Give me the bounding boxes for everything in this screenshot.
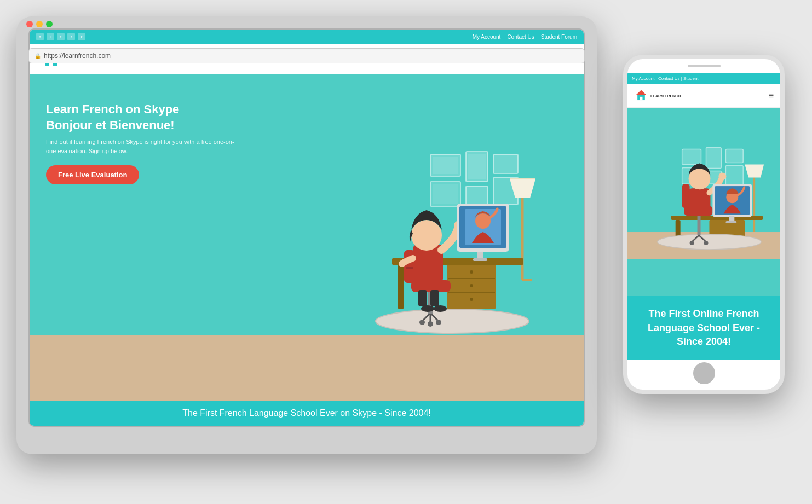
rss-icon[interactable]: r (78, 33, 85, 40)
hero-illustration (321, 149, 551, 346)
svg-point-37 (421, 305, 434, 312)
phone-topbar-text: My Account | Contact Us | Student (632, 76, 699, 81)
svg-rect-66 (682, 184, 690, 208)
svg-point-30 (428, 321, 433, 327)
svg-point-21 (470, 284, 473, 287)
instagram-icon[interactable]: i (47, 33, 54, 40)
hamburger-menu-icon[interactable]: ≡ (769, 91, 774, 101)
svg-rect-6 (468, 154, 486, 179)
hero-title-bold: Skype (143, 102, 179, 116)
svg-marker-49 (636, 90, 647, 95)
svg-rect-54 (725, 149, 743, 163)
svg-rect-10 (466, 186, 488, 205)
svg-point-48 (475, 213, 491, 229)
url-text: https://learnfrench.com (44, 52, 111, 60)
phone-speaker (688, 65, 721, 67)
phone-mockup: My Account | Contact Us | Student LEARN … (623, 55, 785, 394)
laptop-mockup: 🔒 https://learnfrench.com f i t t r My A… (16, 16, 597, 454)
footer-banner-text: The First French Language School Ever on… (182, 408, 431, 418)
forum-link[interactable]: Student Forum (541, 34, 577, 40)
website: f i t t r My Account Contact Us Student … (30, 30, 584, 426)
phone-info-text: The First Online French Language School … (648, 308, 760, 346)
svg-point-28 (419, 320, 425, 325)
hero-title-pre: Learn French on (46, 102, 143, 116)
svg-point-38 (434, 305, 447, 312)
hero-content: Learn French on Skype Bonjour et Bienven… (46, 96, 243, 184)
svg-rect-78 (725, 221, 736, 223)
traffic-lights (26, 21, 53, 27)
svg-point-24 (376, 309, 529, 333)
minimize-button[interactable] (36, 21, 43, 27)
svg-rect-35 (418, 290, 427, 306)
hero-title: Learn French on Skype Bonjour et Bienven… (46, 102, 243, 133)
svg-rect-52 (682, 149, 701, 165)
site-topbar: f i t t r My Account Contact Us Student … (30, 30, 584, 44)
svg-rect-77 (729, 216, 734, 221)
desk-scene-svg (321, 149, 551, 346)
phone-info-block: The First Online French Language School … (627, 296, 780, 360)
svg-rect-23 (398, 265, 404, 309)
svg-rect-9 (433, 184, 458, 204)
phone-nav: LEARN FRENCH ≡ (627, 84, 780, 108)
contact-link[interactable]: Contact Us (507, 34, 534, 40)
scene: 🔒 https://learnfrench.com f i t t r My A… (0, 0, 812, 504)
twitter-icon[interactable]: t (57, 33, 65, 40)
svg-rect-34 (406, 267, 414, 269)
hero-title-line2: Bonjour et Bienvenue! (46, 118, 175, 132)
address-bar[interactable]: 🔒 https://learnfrench.com (28, 48, 585, 63)
facebook-icon[interactable]: f (36, 33, 44, 40)
account-link[interactable]: My Account (473, 34, 501, 40)
site-hero: Learn French on Skype Bonjour et Bienven… (30, 74, 584, 401)
tumblr-icon[interactable]: t (67, 33, 75, 40)
svg-point-41 (411, 220, 442, 251)
svg-rect-4 (433, 157, 458, 174)
svg-rect-7 (493, 154, 518, 173)
svg-rect-51 (640, 97, 643, 100)
maximize-button[interactable] (46, 21, 53, 27)
phone-logo-text: LEARN FRENCH (650, 94, 681, 98)
top-links: My Account Contact Us Student Forum (473, 34, 577, 40)
svg-rect-57 (725, 165, 743, 185)
svg-point-71 (704, 241, 709, 245)
svg-point-70 (690, 241, 694, 245)
svg-rect-43 (473, 258, 487, 261)
phone-screen: My Account | Contact Us | Student LEARN … (627, 73, 780, 360)
phone-hero-svg (627, 108, 780, 296)
lock-icon: 🔒 (34, 53, 41, 59)
svg-rect-53 (706, 148, 721, 169)
svg-point-22 (470, 298, 473, 301)
svg-rect-36 (430, 290, 439, 306)
site-footer-banner: The First French Language School Ever on… (30, 401, 584, 426)
phone-logo-svg (634, 89, 648, 103)
phone-logo-area: LEARN FRENCH (634, 89, 681, 103)
phone-topbar: My Account | Contact Us | Student (627, 73, 780, 84)
svg-point-74 (718, 172, 726, 180)
svg-rect-67 (698, 215, 701, 235)
social-icons: f i t t r (36, 33, 85, 40)
laptop-screen: f i t t r My Account Contact Us Student … (28, 28, 585, 427)
phone-hero (627, 108, 780, 296)
close-button[interactable] (26, 21, 33, 27)
svg-point-64 (658, 234, 761, 250)
svg-marker-59 (745, 164, 764, 177)
svg-point-20 (470, 270, 473, 274)
cta-button[interactable]: Free Live Evaluation (46, 165, 139, 184)
hero-subtitle: Find out if learning French on Skype is … (46, 137, 243, 155)
phone-home-button[interactable] (693, 362, 715, 384)
svg-point-29 (436, 320, 441, 325)
